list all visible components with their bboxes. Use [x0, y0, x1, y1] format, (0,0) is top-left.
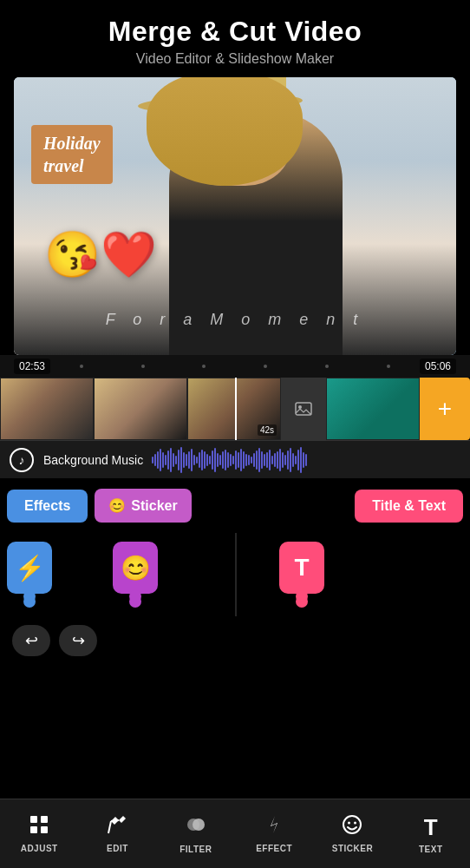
waveform-bar — [279, 449, 281, 471]
time-dot — [202, 365, 206, 368]
svg-rect-4 — [30, 826, 37, 833]
emoji-sticker[interactable]: 😘❤️ — [44, 228, 157, 281]
waveform-bar — [160, 449, 161, 471]
waveform-bar — [214, 448, 216, 472]
thumbnail-3[interactable]: 42s — [187, 378, 281, 440]
text-nav-icon: T — [424, 814, 438, 841]
waveform-bar — [251, 457, 252, 464]
waveform-bar — [212, 450, 213, 470]
app-subtitle: Video Editor & Slideshow Maker — [17, 51, 453, 67]
vertical-divider — [235, 533, 237, 616]
waveform-bar — [219, 455, 221, 465]
nav-item-text[interactable]: T TEXT — [392, 814, 470, 854]
header: Merge & Cut Video Video Editor & Slidesh… — [0, 0, 470, 77]
sticker-nav-label: STICKER — [332, 844, 373, 853]
nav-item-sticker[interactable]: STICKER — [313, 814, 391, 853]
smiley-tag: 😊 — [113, 542, 158, 594]
waveform-bar — [266, 452, 268, 468]
time-dot — [264, 365, 267, 368]
waveform-bar — [287, 450, 289, 470]
sticker-button[interactable]: 😊 Sticker — [95, 489, 191, 523]
watermark: F o r a M o m e n t — [14, 311, 456, 329]
music-bar[interactable]: ♪ Background Music — [0, 440, 470, 478]
waveform-bar — [227, 452, 229, 468]
effect-label: EFFECT — [256, 844, 292, 853]
time-dot — [387, 365, 390, 368]
undo-icon: ↩ — [25, 631, 38, 650]
waveform-bar — [180, 447, 182, 473]
waveform-bar — [157, 451, 159, 469]
filter-label: FILTER — [180, 845, 212, 854]
adjust-icon — [29, 814, 49, 840]
title-text-button[interactable]: Title & Text — [355, 490, 463, 523]
waveform-bar — [238, 452, 239, 468]
waveform-bar — [277, 451, 278, 469]
bolt-tag: ⚡ — [7, 542, 52, 594]
waveform-bar — [222, 451, 224, 469]
undo-redo: ↩ ↪ — [0, 616, 470, 665]
smiley-icon: 😊 — [121, 554, 151, 582]
waveform-bar — [204, 451, 206, 469]
waveform-bar — [232, 456, 234, 464]
waveform-bar — [165, 455, 166, 465]
waveform-bar — [274, 453, 276, 467]
add-clip-button[interactable]: + — [420, 378, 470, 440]
waveform-bar — [256, 450, 258, 470]
filter-icon — [185, 813, 207, 841]
thumbnail-strip[interactable]: 42s + — [0, 378, 470, 440]
waveform-bar — [235, 450, 237, 470]
time-dot — [80, 365, 83, 368]
effect-icon-bolt[interactable]: ⚡ — [7, 542, 52, 608]
nav-item-filter[interactable]: FILTER — [157, 813, 235, 854]
music-icon-box: ♪ — [0, 448, 43, 472]
effect-icon-text[interactable]: T — [279, 542, 324, 608]
thumbnail-teal[interactable] — [326, 378, 420, 440]
waveform-bar — [269, 450, 271, 470]
svg-rect-3 — [41, 816, 48, 823]
waveform-bar — [240, 449, 242, 471]
nav-item-effect[interactable]: EFFECT — [235, 814, 313, 853]
waveform-bar — [303, 452, 304, 468]
svg-point-11 — [348, 822, 350, 825]
holiday-tag: Holiday travel — [31, 125, 113, 184]
holiday-tag-text: Holiday travel — [43, 132, 101, 177]
time-dots — [50, 365, 420, 368]
waveform-bar — [199, 452, 200, 468]
text-t-icon: T — [294, 554, 309, 582]
svg-point-12 — [354, 822, 356, 825]
effect-icon-smiley[interactable]: 😊 — [113, 542, 158, 608]
waveform-bar — [271, 456, 273, 464]
waveform-bar — [282, 452, 284, 468]
waveform-bar — [261, 451, 263, 469]
video-preview[interactable]: Holiday travel 😘❤️ F o r a M o m e n t — [14, 77, 456, 355]
waveform-bar — [196, 457, 198, 464]
waveform-bar — [183, 452, 185, 468]
undo-button[interactable]: ↩ — [12, 625, 50, 656]
waveform-bar — [245, 454, 247, 466]
edit-label: EDIT — [107, 844, 128, 853]
svg-rect-5 — [41, 826, 48, 833]
image-icon-thumb[interactable] — [281, 378, 326, 440]
waveform-bar — [295, 456, 297, 464]
redo-icon: ↪ — [72, 631, 85, 650]
thumbnail-1[interactable] — [0, 378, 94, 440]
thumbnail-2[interactable] — [94, 378, 187, 440]
redo-button[interactable]: ↪ — [59, 625, 97, 656]
nav-item-edit[interactable]: EDIT — [78, 814, 156, 853]
music-waveform[interactable] — [152, 441, 470, 478]
waveform-bar — [175, 456, 177, 464]
svg-line-7 — [111, 820, 119, 821]
effects-button[interactable]: Effects — [7, 490, 88, 523]
waveform-bar — [300, 447, 302, 473]
time-marker-left: 02:53 — [14, 358, 50, 374]
sticker-nav-icon — [342, 814, 362, 840]
waveform-bar — [191, 449, 193, 471]
playhead — [235, 378, 237, 440]
svg-point-10 — [343, 816, 361, 833]
bottom-nav: ADJUST EDIT FILTER EFFECT — [0, 799, 470, 868]
music-icon: ♪ — [10, 448, 34, 472]
thumb-duration: 42s — [258, 424, 277, 436]
sticker-label: Sticker — [131, 498, 177, 514]
waveform-bar — [230, 454, 232, 466]
nav-item-adjust[interactable]: ADJUST — [0, 814, 78, 853]
